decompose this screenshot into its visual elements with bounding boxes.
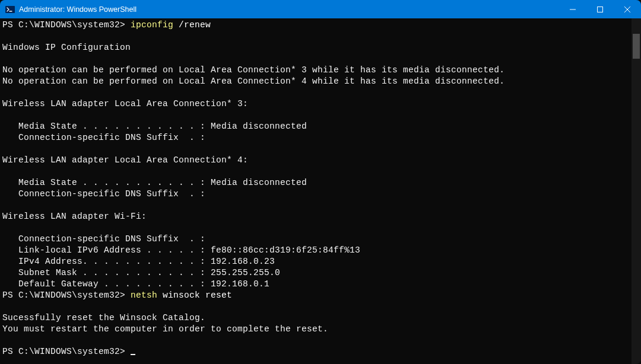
output-line: Wireless LAN adapter Local Area Connecti… — [2, 99, 248, 108]
output-line: Wireless LAN adapter Wi-Fi: — [2, 212, 147, 221]
svg-rect-0 — [5, 6, 15, 13]
output-line: Windows IP Configuration — [2, 43, 131, 52]
output-line: Connection-specific DNS Suffix . : — [2, 189, 205, 199]
output-line: You must restart the computer in order t… — [2, 324, 328, 334]
close-button[interactable] — [614, 0, 641, 18]
svg-rect-3 — [598, 7, 603, 12]
output-line: Wireless LAN adapter Local Area Connecti… — [2, 155, 248, 165]
command-ipconfig: ipconfig — [131, 20, 179, 30]
output-line: Subnet Mask . . . . . . . . . . . : 255.… — [2, 268, 280, 277]
output-line: No operation can be performed on Local A… — [2, 76, 504, 86]
prompt: PS C:\WINDOWS\system32> — [2, 20, 131, 30]
window-title: Administrator: Windows PowerShell — [19, 5, 559, 14]
output-line: Default Gateway . . . . . . . . . : 192.… — [2, 279, 269, 289]
output-line: Connection-specific DNS Suffix . : — [2, 234, 205, 244]
prompt: PS C:\WINDOWS\system32> — [2, 347, 131, 356]
window-controls — [559, 0, 641, 18]
output-line: Link-local IPv6 Address . . . . . : fe80… — [2, 245, 360, 255]
command-netsh-args: winsock reset — [163, 290, 232, 300]
output-line: Sucessfully reset the Winsock Catalog. — [2, 313, 205, 323]
terminal-area: PS C:\WINDOWS\system32> ipconfig /renew … — [0, 18, 641, 364]
prompt: PS C:\WINDOWS\system32> — [2, 290, 131, 300]
command-ipconfig-arg: /renew — [179, 20, 211, 30]
output-line: IPv4 Address. . . . . . . . . . . : 192.… — [2, 257, 275, 266]
output-line: No operation can be performed on Local A… — [2, 65, 504, 75]
powershell-window: Administrator: Windows PowerShell PS C:\… — [0, 0, 641, 364]
command-netsh: netsh — [131, 290, 163, 300]
scrollbar-thumb[interactable] — [633, 34, 640, 59]
minimize-button[interactable] — [559, 0, 586, 18]
terminal-output[interactable]: PS C:\WINDOWS\system32> ipconfig /renew … — [0, 18, 632, 364]
cursor — [131, 354, 135, 355]
maximize-button[interactable] — [586, 0, 614, 18]
output-line: Media State . . . . . . . . . . . : Medi… — [2, 122, 307, 131]
titlebar[interactable]: Administrator: Windows PowerShell — [0, 0, 641, 18]
scrollbar[interactable] — [632, 18, 641, 364]
output-line: Media State . . . . . . . . . . . : Medi… — [2, 178, 307, 187]
output-line: Connection-specific DNS Suffix . : — [2, 133, 205, 142]
powershell-icon — [5, 4, 15, 15]
